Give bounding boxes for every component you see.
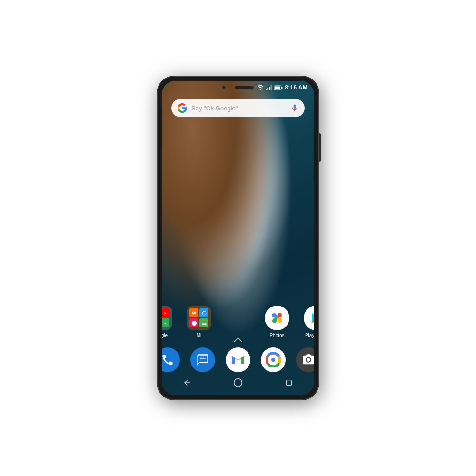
- google-search-bar[interactable]: Say "Ok Google": [171, 99, 305, 117]
- speaker-grill: [235, 86, 254, 89]
- photos-app[interactable]: Photos: [265, 306, 289, 338]
- search-placeholder: Say "Ok Google": [191, 105, 287, 112]
- play-store-app[interactable]: Play Store: [304, 306, 314, 338]
- gmail-icon: [226, 347, 250, 372]
- top-bar: [162, 81, 314, 93]
- svg-rect-21: [286, 380, 291, 386]
- home-circle-icon: [233, 378, 243, 387]
- phone-device: 8:16 AM Say "Ok Google": [157, 76, 319, 400]
- nav-bar: [162, 374, 314, 391]
- camera-icon: [296, 347, 314, 372]
- phone-icon: [162, 347, 180, 372]
- play-store-icon: [304, 306, 314, 330]
- mi-mini-4: [199, 318, 208, 327]
- app-row-1: 31 + Google Mi: [162, 306, 314, 338]
- google-folder-icon: 31 +: [162, 306, 172, 330]
- back-button[interactable]: [180, 376, 194, 390]
- photos-label: Photos: [269, 333, 284, 338]
- google-folder-label: Google: [162, 333, 168, 338]
- swipe-hint: [233, 336, 243, 345]
- recents-button[interactable]: [282, 376, 296, 390]
- play-store-label: Play Store: [305, 333, 314, 338]
- mi-folder[interactable]: Mi Mi: [187, 306, 211, 338]
- mi-folder-icon: Mi: [187, 306, 211, 330]
- dock-gmail[interactable]: [226, 347, 250, 372]
- camera-dot: [222, 86, 225, 89]
- mi-folder-label: Mi: [197, 333, 202, 338]
- svg-point-20: [234, 379, 242, 387]
- svg-text:+: +: [164, 321, 166, 325]
- svg-rect-14: [200, 358, 206, 359]
- dock-phone[interactable]: [162, 347, 180, 372]
- back-icon: [183, 378, 191, 387]
- mi-mini-1: Mi: [189, 308, 198, 317]
- google-folder[interactable]: 31 + Google: [162, 306, 172, 338]
- photos-icon: [265, 306, 289, 330]
- dock-chrome[interactable]: [261, 347, 286, 372]
- recents-icon: [285, 379, 293, 387]
- svg-point-13: [202, 311, 206, 315]
- youtube-mini: [162, 308, 169, 317]
- mic-icon[interactable]: [290, 104, 299, 112]
- chevron-up-icon: [233, 337, 243, 343]
- mi-mini-2: [199, 308, 208, 317]
- mi-mini-3: [189, 318, 198, 327]
- messages-icon: [190, 347, 215, 372]
- svg-rect-15: [200, 357, 204, 357]
- app-grid: 31 + Google Mi: [162, 306, 314, 338]
- phone-screen: 8:16 AM Say "Ok Google": [162, 81, 314, 395]
- dock: [162, 347, 314, 372]
- chrome-icon: [261, 347, 286, 372]
- dock-camera[interactable]: [296, 347, 314, 372]
- google-logo: [177, 103, 188, 113]
- dock-messages[interactable]: [190, 347, 215, 372]
- home-button[interactable]: [231, 376, 245, 390]
- svg-point-19: [271, 358, 275, 362]
- more-mini: +: [162, 318, 169, 327]
- svg-marker-7: [164, 312, 166, 314]
